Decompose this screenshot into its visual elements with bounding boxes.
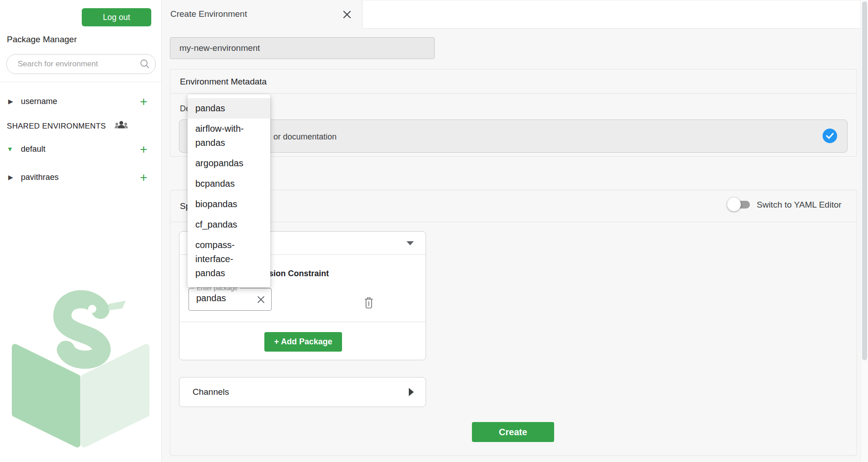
yaml-editor-toggle[interactable] bbox=[727, 199, 751, 209]
environment-metadata-section: Environment Metadata Description or docu… bbox=[170, 69, 857, 157]
autocomplete-option[interactable]: pandas bbox=[188, 98, 270, 119]
autocomplete-option[interactable]: cf_pandas bbox=[188, 214, 270, 235]
toggle-thumb[interactable] bbox=[727, 198, 741, 211]
specification-section: Specification Switch to YAML Editor Vers… bbox=[170, 190, 857, 456]
metadata-heading: Environment Metadata bbox=[180, 77, 267, 87]
add-environment-button[interactable]: + bbox=[140, 141, 147, 158]
description-text: or documentation bbox=[273, 132, 337, 142]
conda-store-logo bbox=[11, 290, 150, 451]
autocomplete-option[interactable]: compass-interface-pandas bbox=[188, 235, 270, 283]
tab-title: Create Environment bbox=[170, 9, 247, 19]
chevron-down-icon[interactable]: ▼ bbox=[7, 145, 13, 153]
description-input[interactable]: or documentation bbox=[179, 119, 848, 153]
add-package-button[interactable]: + Add Package bbox=[264, 332, 342, 352]
create-button[interactable]: Create bbox=[472, 422, 554, 442]
caret-down-icon bbox=[407, 241, 414, 245]
search-input[interactable] bbox=[17, 55, 141, 74]
add-environment-button[interactable]: + bbox=[140, 169, 147, 186]
shared-environments-heading: SHARED ENVIRONMENTS bbox=[7, 122, 106, 131]
close-icon[interactable] bbox=[342, 10, 352, 19]
specification-section-header: Specification Switch to YAML Editor bbox=[170, 190, 857, 222]
app-title: Package Manager bbox=[7, 35, 77, 45]
scrollbar-thumb[interactable] bbox=[862, 1, 867, 360]
tree-item-label: default bbox=[21, 144, 45, 154]
channels-accordion[interactable]: Channels bbox=[179, 377, 426, 407]
delete-package-button[interactable] bbox=[363, 296, 374, 310]
chevron-right-icon[interactable]: ▶ bbox=[8, 174, 13, 181]
tree-item-label: username bbox=[21, 97, 57, 106]
autocomplete-option[interactable]: argopandas bbox=[188, 153, 270, 174]
package-input[interactable] bbox=[195, 293, 254, 304]
yaml-toggle-label: Switch to YAML Editor bbox=[757, 200, 842, 210]
channels-label: Channels bbox=[193, 387, 229, 397]
environment-name-input[interactable] bbox=[170, 37, 435, 59]
groups-icon bbox=[114, 120, 128, 133]
search-icon bbox=[140, 59, 149, 70]
package-name-field: Enter package bbox=[188, 288, 272, 311]
tree-item-label: pavithraes bbox=[21, 173, 59, 182]
sidebar-divider bbox=[0, 82, 161, 82]
logout-button[interactable]: Log out bbox=[82, 8, 151, 26]
package-autocomplete-dropdown: pandas airflow-with-pandas argopandas bc… bbox=[188, 94, 270, 287]
arrow-right-icon bbox=[409, 388, 414, 396]
autocomplete-option[interactable]: bcpandas bbox=[188, 174, 270, 194]
tab-create-environment[interactable]: Create Environment bbox=[161, 0, 362, 28]
chevron-right-icon[interactable]: ▶ bbox=[8, 98, 13, 105]
check-icon bbox=[823, 129, 837, 143]
environment-search bbox=[6, 54, 156, 74]
sidebar-item-username[interactable]: ▶ username + bbox=[0, 96, 161, 109]
header-bar bbox=[362, 0, 860, 29]
scrollbar[interactable] bbox=[860, 0, 868, 462]
clear-icon[interactable] bbox=[257, 296, 265, 305]
sidebar-item-pavithraes[interactable]: ▶ pavithraes + bbox=[0, 172, 161, 185]
autocomplete-option[interactable]: airflow-with-pandas bbox=[188, 119, 270, 153]
sidebar-item-default[interactable]: ▼ default + bbox=[0, 144, 161, 157]
sidebar: Log out Package Manager ▶ username + SHA… bbox=[0, 0, 162, 462]
row-divider bbox=[179, 322, 426, 322]
autocomplete-option[interactable]: biopandas bbox=[188, 194, 270, 214]
metadata-section-header: Environment Metadata bbox=[170, 70, 857, 94]
add-environment-button[interactable]: + bbox=[140, 94, 147, 110]
